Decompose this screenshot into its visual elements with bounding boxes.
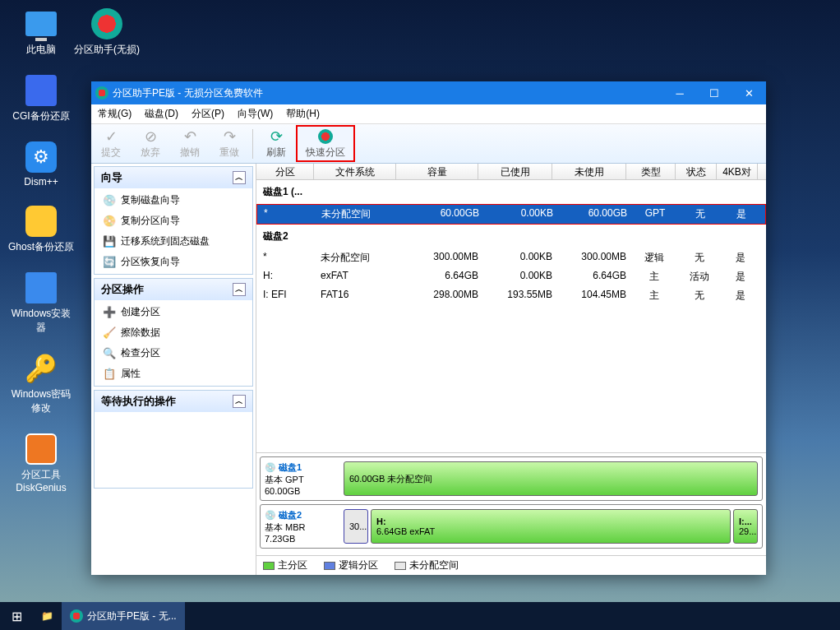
disk-icon: 💿 <box>103 194 116 207</box>
disk-label: 💿 磁盘1 基本 GPT 60.00GB <box>265 461 339 496</box>
col-capacity[interactable]: 容量 <box>396 164 478 179</box>
desktop-icon-partition-assist[interactable]: 分区助手(无损) <box>74 7 140 57</box>
taskbar: ⊞ 📁 分区助手PE版 - 无... <box>0 602 840 630</box>
discard-icon: ⊘ <box>141 127 160 146</box>
desktop-icon-this-pc[interactable]: 此电脑 <box>8 7 74 57</box>
group-disk1[interactable]: 磁盘1 (... <box>256 180 766 204</box>
legend: 主分区 逻辑分区 未分配空间 <box>256 555 766 575</box>
col-free[interactable]: 未使用 <box>552 164 626 179</box>
op-create-partition[interactable]: ➕创建分区 <box>95 302 252 322</box>
op-wipe-data[interactable]: 🧹擦除数据 <box>95 322 252 343</box>
desktop-icon-dism[interactable]: ⚙Dism++ <box>8 140 74 188</box>
toolbar-refresh[interactable]: ⟳刷新 <box>256 126 296 161</box>
icon-label: Dism++ <box>8 176 74 188</box>
collapse-icon[interactable]: ︿ <box>233 171 246 184</box>
toolbar-submit[interactable]: ✓提交 <box>91 126 131 161</box>
wizard-copy-partition[interactable]: 📀复制分区向导 <box>95 211 252 231</box>
legend-unalloc: 未分配空间 <box>395 558 459 572</box>
table-row[interactable]: H:exFAT6.64GB0.00KB6.64GB主活动是 <box>256 267 766 286</box>
close-button[interactable]: ✕ <box>732 81 766 104</box>
wizard-migrate-ssd[interactable]: 💾迁移系统到固态磁盘 <box>95 231 252 252</box>
collapse-icon[interactable]: ︿ <box>233 395 246 408</box>
menu-partition[interactable]: 分区(P) <box>185 107 231 121</box>
desktop-icon-winpass[interactable]: 🔑Windows密码修改 <box>8 351 74 415</box>
icon-label: 分区助手(无损) <box>74 43 140 57</box>
diskmap-disk2[interactable]: 💿 磁盘2 基本 MBR 7.23GB 30... H:6.64GB exFAT… <box>260 504 763 549</box>
group-disk2[interactable]: 磁盘2 <box>256 225 766 248</box>
toolbar-quick-partition[interactable]: 快速分区 <box>296 125 355 162</box>
menu-wizard[interactable]: 向导(W) <box>231 107 279 121</box>
wipe-icon: 🧹 <box>103 327 116 340</box>
op-check-partition[interactable]: 🔍检查分区 <box>95 343 252 364</box>
toolbar-discard[interactable]: ⊘放弃 <box>131 126 170 161</box>
undo-icon: ↶ <box>180 127 200 146</box>
table-row[interactable]: *未分配空间300.00MB0.00KB300.00MB逻辑无是 <box>256 248 766 267</box>
disk-segment-small[interactable]: 30... <box>344 509 368 544</box>
collapse-icon[interactable]: ︿ <box>233 283 246 296</box>
menu-disk[interactable]: 磁盘(D) <box>138 107 185 121</box>
menu-general[interactable]: 常规(G) <box>91 107 138 121</box>
disk-segment-h[interactable]: H:6.64GB exFAT <box>371 509 731 544</box>
titlebar[interactable]: 分区助手PE版 - 无损分区免费软件 ─ ☐ ✕ <box>91 81 766 104</box>
start-button[interactable]: ⊞ <box>0 602 33 630</box>
recover-icon: 🔄 <box>103 256 116 269</box>
disk-segment-i[interactable]: I:...29... <box>733 509 758 544</box>
icon-label: Ghost备份还原 <box>8 240 74 254</box>
diskmap-disk1[interactable]: 💿 磁盘1 基本 GPT 60.00GB 60.00GB 未分配空间 <box>260 456 763 501</box>
toolbar: ✓提交 ⊘放弃 ↶撤销 ↷重做 ⟳刷新 快速分区 <box>91 124 766 164</box>
icon-label: 此电脑 <box>8 43 74 57</box>
wizard-panel-header[interactable]: 向导︿ <box>95 167 252 188</box>
menu-help[interactable]: 帮助(H) <box>279 107 326 121</box>
ssd-icon: 💾 <box>103 235 116 248</box>
redo-icon: ↷ <box>219 127 239 146</box>
desktop-icon-diskgenius[interactable]: 分区工具DiskGenius <box>8 432 74 493</box>
icon-label: CGI备份还原 <box>8 109 74 123</box>
toolbar-separator <box>252 129 253 159</box>
ops-panel-header[interactable]: 分区操作︿ <box>95 279 252 300</box>
col-status[interactable]: 状态 <box>676 164 717 179</box>
refresh-icon: ⟳ <box>266 127 286 146</box>
app-window: 分区助手PE版 - 无损分区免费软件 ─ ☐ ✕ 常规(G) 磁盘(D) 分区(… <box>91 81 766 575</box>
ops-panel: 分区操作︿ ➕创建分区 🧹擦除数据 🔍检查分区 📋属性 <box>94 278 253 387</box>
props-icon: 📋 <box>103 368 116 381</box>
col-partition[interactable]: 分区 <box>256 164 314 179</box>
op-properties[interactable]: 📋属性 <box>95 364 252 384</box>
desktop-icon-wininstall[interactable]: Windows安装器 <box>8 271 74 335</box>
col-used[interactable]: 已使用 <box>478 164 552 179</box>
col-filesystem[interactable]: 文件系统 <box>314 164 396 179</box>
grid-header: 分区 文件系统 容量 已使用 未使用 类型 状态 4KB对齐 <box>256 164 766 180</box>
grid-body: 磁盘1 (... *未分配空间60.00GB0.00KB60.00GBGPT无是… <box>256 180 766 452</box>
wizard-recover[interactable]: 🔄分区恢复向导 <box>95 252 252 272</box>
wizard-panel: 向导︿ 💿复制磁盘向导 📀复制分区向导 💾迁移系统到固态磁盘 🔄分区恢复向导 <box>94 166 253 275</box>
legend-primary: 主分区 <box>263 558 307 572</box>
icon-label: Windows安装器 <box>8 307 74 335</box>
sidebar: 向导︿ 💿复制磁盘向导 📀复制分区向导 💾迁移系统到固态磁盘 🔄分区恢复向导 分… <box>91 164 256 575</box>
disk-title: 💿 磁盘2 <box>265 509 339 521</box>
pending-panel: 等待执行的操作︿ <box>94 390 253 489</box>
minimize-button[interactable]: ─ <box>662 81 697 104</box>
maximize-button[interactable]: ☐ <box>697 81 732 104</box>
disk-title: 💿 磁盘1 <box>265 461 339 474</box>
icon-label: Windows密码修改 <box>8 387 74 415</box>
taskbar-explorer[interactable]: 📁 <box>33 602 62 630</box>
window-title: 分区助手PE版 - 无损分区免费软件 <box>113 86 662 100</box>
desktop-icon-cgi-backup[interactable]: CGI备份还原 <box>8 73 74 123</box>
toolbar-redo[interactable]: ↷重做 <box>210 126 249 161</box>
disk-segment-unalloc[interactable]: 60.00GB 未分配空间 <box>344 461 758 496</box>
toolbar-undo[interactable]: ↶撤销 <box>170 126 210 161</box>
taskbar-app[interactable]: 分区助手PE版 - 无... <box>62 602 185 630</box>
table-row[interactable]: *未分配空间60.00GB0.00KB60.00GBGPT无是 <box>256 204 766 225</box>
main-area: 分区 文件系统 容量 已使用 未使用 类型 状态 4KB对齐 磁盘1 (... … <box>256 164 766 575</box>
table-row[interactable]: I: EFIFAT16298.00MB193.55MB104.45MB主无是 <box>256 286 766 305</box>
col-type[interactable]: 类型 <box>626 164 676 179</box>
partition-icon: 📀 <box>103 215 116 228</box>
desktop-icon-ghost[interactable]: Ghost备份还原 <box>8 204 74 254</box>
check-icon: ✓ <box>101 127 121 146</box>
legend-logical: 逻辑分区 <box>324 558 378 572</box>
col-align[interactable]: 4KB对齐 <box>717 164 758 179</box>
plus-icon: ➕ <box>103 306 116 319</box>
app-icon <box>70 609 83 623</box>
wizard-copy-disk[interactable]: 💿复制磁盘向导 <box>95 190 252 211</box>
pending-panel-header[interactable]: 等待执行的操作︿ <box>95 391 252 412</box>
menubar: 常规(G) 磁盘(D) 分区(P) 向导(W) 帮助(H) <box>91 104 766 124</box>
